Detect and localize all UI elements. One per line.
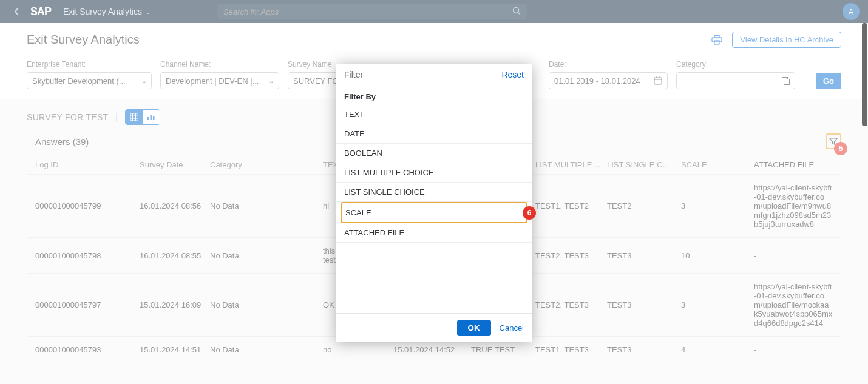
cancel-link[interactable]: Cancel [500, 323, 524, 332]
filter-dialog: Filter Reset Filter By TEXTDATEBOOLEANLI… [336, 64, 532, 342]
filter-item[interactable]: SCALE6 [341, 202, 527, 223]
filter-item[interactable]: LIST SINGLE CHOICE [336, 183, 532, 202]
filter-item[interactable]: DATE [336, 124, 532, 144]
filter-by-label: Filter By [336, 86, 532, 105]
filter-item[interactable]: LIST MULTIPLE CHOICE [336, 163, 532, 183]
filter-list: TEXTDATEBOOLEANLIST MULTIPLE CHOICELIST … [336, 105, 532, 243]
ok-button[interactable]: OK [457, 320, 491, 336]
filter-item-badge: 6 [523, 206, 536, 220]
filter-item[interactable]: TEXT [336, 105, 532, 124]
dialog-title: Filter [344, 70, 363, 79]
filter-item[interactable]: ATTACHED FILE [336, 223, 532, 243]
filter-item[interactable]: BOOLEAN [336, 144, 532, 163]
vertical-scrollbar[interactable] [862, 23, 867, 126]
reset-link[interactable]: Reset [501, 70, 524, 79]
